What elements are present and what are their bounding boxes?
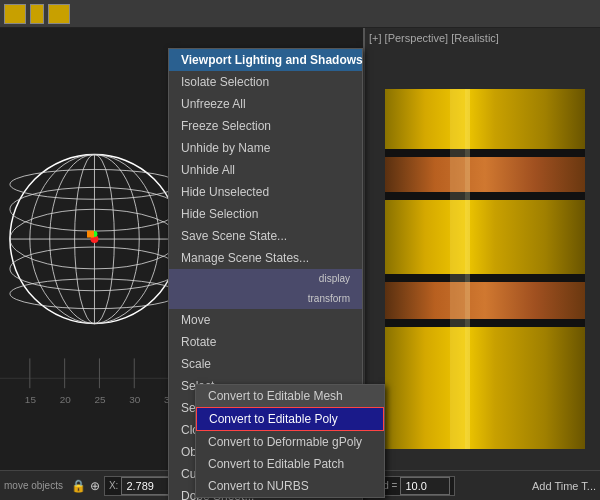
svg-rect-35 — [385, 89, 585, 449]
right-viewport[interactable]: [+] [Perspective] [Realistic] — [365, 28, 600, 470]
main-container: 15 20 25 30 35 40 45 Z — [0, 0, 600, 500]
svg-rect-32 — [88, 231, 94, 237]
pipe-scene-svg — [365, 48, 600, 470]
menu-item-unfreeze[interactable]: Unfreeze All — [169, 93, 362, 115]
submenu-item-editable-patch[interactable]: Convert to Editable Patch — [196, 453, 384, 475]
svg-rect-38 — [385, 192, 585, 200]
svg-text:15: 15 — [25, 394, 37, 405]
menu-item-manage-scene[interactable]: Manage Scene States... — [169, 247, 362, 269]
svg-rect-43 — [465, 89, 470, 449]
svg-rect-41 — [385, 319, 585, 327]
menu-separator-transform: transform — [169, 289, 362, 309]
svg-rect-37 — [385, 149, 585, 157]
menu-item-hide-unselected[interactable]: Hide Unselected — [169, 181, 362, 203]
add-time-label[interactable]: Add Time T... — [532, 480, 596, 492]
svg-text:20: 20 — [60, 394, 72, 405]
viewport-area: 15 20 25 30 35 40 45 Z — [0, 28, 600, 470]
menu-item-hide-selection[interactable]: Hide Selection — [169, 203, 362, 225]
x-label: X: — [109, 480, 118, 491]
menu-item-scale[interactable]: Scale — [169, 353, 362, 375]
svg-rect-39 — [385, 279, 585, 319]
menu-item-isolate[interactable]: Isolate Selection — [169, 71, 362, 93]
x-value[interactable]: 2.789 — [121, 477, 171, 495]
menu-item-move[interactable]: Move — [169, 309, 362, 331]
menu-separator-display: display — [169, 269, 362, 289]
menu-item-rotate[interactable]: Rotate — [169, 331, 362, 353]
grid-value: 10.0 — [400, 477, 450, 495]
submenu: Convert to Editable Mesh Convert to Edit… — [195, 384, 385, 498]
toolbar-block-3 — [48, 4, 70, 24]
menu-item-unhide-all[interactable]: Unhide All — [169, 159, 362, 181]
coord-icon: ⊕ — [90, 479, 100, 493]
lock-icon: 🔒 — [71, 479, 86, 493]
svg-rect-36 — [385, 154, 585, 192]
top-toolbar — [0, 0, 600, 28]
svg-text:25: 25 — [94, 394, 106, 405]
svg-text:30: 30 — [129, 394, 141, 405]
toolbar-block-2 — [30, 4, 44, 24]
left-viewport[interactable]: 15 20 25 30 35 40 45 Z — [0, 28, 365, 470]
submenu-item-deformable-gpoly[interactable]: Convert to Deformable gPoly — [196, 431, 384, 453]
submenu-item-editable-poly[interactable]: Convert to Editable Poly — [196, 407, 384, 431]
menu-item-freeze[interactable]: Freeze Selection — [169, 115, 362, 137]
submenu-item-nurbs[interactable]: Convert to NURBS — [196, 475, 384, 497]
toolbar-block-1 — [4, 4, 26, 24]
menu-item-save-scene[interactable]: Save Scene State... — [169, 225, 362, 247]
menu-item-unhide-name[interactable]: Unhide by Name — [169, 137, 362, 159]
submenu-item-editable-mesh[interactable]: Convert to Editable Mesh — [196, 385, 384, 407]
menu-header: Viewport Lighting and Shadows — [169, 49, 362, 71]
svg-rect-42 — [450, 89, 465, 449]
move-objects-label: move objects — [4, 480, 63, 491]
viewport-label-right: [+] [Perspective] [Realistic] — [369, 32, 499, 44]
svg-rect-40 — [385, 274, 585, 282]
